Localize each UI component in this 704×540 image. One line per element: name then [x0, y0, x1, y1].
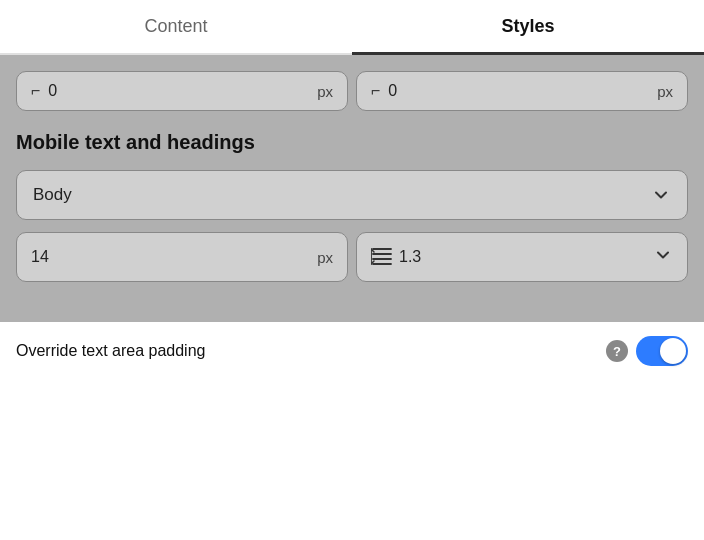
left-icon: ⌐	[31, 82, 40, 100]
right-icon: ⌐	[371, 82, 380, 100]
input-left[interactable]: ⌐ 0 px	[16, 71, 348, 111]
override-row: Override text area padding ?	[0, 322, 704, 380]
font-size-unit: px	[317, 249, 333, 266]
font-size-input[interactable]: 14 px	[16, 232, 348, 282]
right-unit: px	[657, 83, 673, 100]
section-title: Mobile text and headings	[16, 131, 688, 154]
input-right[interactable]: ⌐ 0 px	[356, 71, 688, 111]
tab-content[interactable]: Content	[0, 0, 352, 53]
override-label: Override text area padding	[16, 342, 598, 360]
top-inputs-row: ⌐ 0 px ⌐ 0 px	[16, 71, 688, 111]
right-value: 0	[388, 82, 649, 100]
line-height-chevron-icon	[653, 245, 673, 269]
toggle-switch[interactable]	[636, 336, 688, 366]
tab-styles[interactable]: Styles	[352, 0, 704, 53]
left-value: 0	[48, 82, 309, 100]
line-height-icon	[371, 247, 393, 268]
font-size-value: 14	[31, 248, 309, 266]
left-unit: px	[317, 83, 333, 100]
bottom-row: 14 px 1.3	[16, 232, 688, 282]
chevron-down-icon	[651, 185, 671, 205]
line-height-dropdown[interactable]: 1.3	[356, 232, 688, 282]
line-height-value: 1.3	[399, 248, 647, 266]
toggle-knob	[660, 338, 686, 364]
help-button[interactable]: ?	[606, 340, 628, 362]
main-content: ⌐ 0 px ⌐ 0 px Mobile text and headings B…	[0, 55, 704, 322]
body-label: Body	[33, 185, 651, 205]
tabs-header: Content Styles	[0, 0, 704, 55]
body-dropdown[interactable]: Body	[16, 170, 688, 220]
